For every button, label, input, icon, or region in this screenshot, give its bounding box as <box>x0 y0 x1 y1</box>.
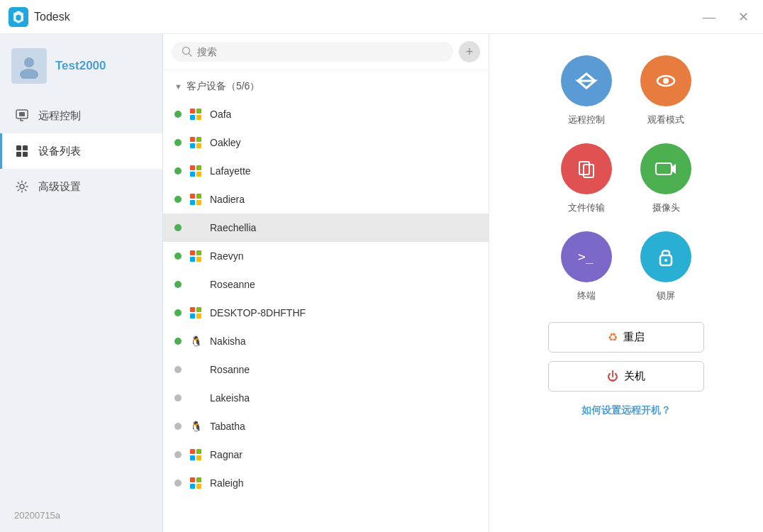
right-panel: 远程控制观看模式文件传输摄像头>_终端锁屏 ♻ 重启 ⏻ 关机 如何设置远程开机… <box>489 34 763 532</box>
windows-icon <box>189 107 203 121</box>
windows-icon <box>189 448 203 462</box>
windows-logo-icon <box>190 477 201 489</box>
device-panel: + ▼ 客户设备（5/6） Oafa Oakley Lafayette Nadi… <box>163 34 489 532</box>
search-bar: + <box>163 34 489 70</box>
device-name: Oakley <box>210 137 477 148</box>
windows-icon <box>189 249 203 263</box>
sidebar-item-device-list[interactable]: 设备列表 <box>0 133 162 169</box>
status-dot <box>174 309 182 316</box>
windows-icon <box>189 164 203 178</box>
sidebar-nav: 远程控制 设备列表 <box>0 98 162 499</box>
list-item[interactable]: 🐧Nakisha <box>163 327 489 355</box>
search-input[interactable] <box>197 46 443 57</box>
list-item[interactable]: DESKTOP-8DHFTHF <box>163 299 489 327</box>
apple-icon <box>189 277 203 292</box>
list-item[interactable]: Raechellia <box>163 214 489 242</box>
device-name: Raleigh <box>210 477 477 489</box>
list-item[interactable]: Oafa <box>163 100 489 128</box>
action-item-file-transfer[interactable]: 文件传输 <box>561 143 612 214</box>
windows-logo-icon <box>190 250 201 262</box>
shutdown-label: 关机 <box>624 370 645 383</box>
user-profile: Test2000 <box>0 34 162 98</box>
list-item[interactable]: Raevyn <box>163 242 489 270</box>
remote-control-label: 远程控制 <box>568 113 605 126</box>
windows-icon <box>189 306 203 320</box>
avatar-icon <box>16 53 42 79</box>
status-dot <box>174 366 182 373</box>
camera-circle <box>640 143 691 194</box>
close-button[interactable]: ✕ <box>733 8 754 26</box>
windows-logo-icon <box>190 307 201 318</box>
device-name: Raevyn <box>210 250 477 262</box>
status-dot <box>174 167 182 174</box>
list-item[interactable]: Oakley <box>163 128 489 157</box>
sidebar-item-settings[interactable]: 高级设置 <box>0 169 162 204</box>
status-dot <box>174 480 182 487</box>
linux-logo-icon: 🐧 <box>190 336 202 347</box>
svg-text:>_: >_ <box>578 249 594 264</box>
action-item-view-mode[interactable]: 观看模式 <box>640 55 691 126</box>
list-item[interactable]: Raleigh <box>163 469 489 497</box>
status-dot <box>174 224 182 231</box>
linux-icon: 🐧 <box>189 334 203 348</box>
lock-screen-label: 锁屏 <box>657 289 675 302</box>
remote-control-circle <box>561 55 612 106</box>
file-transfer-label: 文件传输 <box>568 201 605 214</box>
device-name: Rosanne <box>210 364 477 375</box>
apple-icon <box>189 221 203 235</box>
svg-rect-5 <box>16 145 21 150</box>
sidebar-label-settings: 高级设置 <box>38 180 81 194</box>
group-arrow-icon: ▼ <box>174 82 182 91</box>
list-item[interactable]: Nadiera <box>163 185 489 214</box>
device-name: Raechellia <box>210 222 477 233</box>
group-label: 客户设备（5/6） <box>186 80 260 93</box>
app-logo: Todesk <box>9 7 70 27</box>
minimize-button[interactable]: — <box>697 8 721 26</box>
list-item[interactable]: Lafayette <box>163 157 489 185</box>
action-item-lock-screen[interactable]: 锁屏 <box>640 231 691 302</box>
windows-icon <box>189 135 203 150</box>
device-name: Lafayette <box>210 165 477 177</box>
svg-point-9 <box>20 184 24 189</box>
list-item[interactable]: 🐧Tabatha <box>163 412 489 440</box>
sidebar-label-devices: 设备列表 <box>38 145 81 158</box>
apple-icon <box>189 362 203 377</box>
sidebar-item-remote-control[interactable]: 远程控制 <box>0 98 162 133</box>
svg-rect-6 <box>23 145 28 150</box>
device-group-header: ▼ 客户设备（5/6） <box>163 73 489 100</box>
shutdown-icon: ⏻ <box>607 370 618 383</box>
svg-point-1 <box>24 57 34 67</box>
file-transfer-circle <box>561 143 612 194</box>
status-dot <box>174 281 182 288</box>
list-item[interactable]: Rosanne <box>163 355 489 384</box>
remote-boot-link[interactable]: 如何设置远程开机？ <box>581 404 671 417</box>
lock-screen-circle <box>640 231 691 282</box>
svg-point-2 <box>20 69 38 79</box>
app-name: Todesk <box>34 11 70 23</box>
view-mode-circle <box>640 55 691 106</box>
todesk-logo-icon <box>9 7 28 27</box>
svg-rect-15 <box>656 163 672 174</box>
device-list: ▼ 客户设备（5/6） Oafa Oakley Lafayette Nadier… <box>163 70 489 532</box>
grid-icon <box>14 143 30 159</box>
terminal-circle: >_ <box>561 231 612 282</box>
device-name: Nadiera <box>210 194 477 205</box>
status-dot <box>174 253 182 260</box>
svg-rect-4 <box>19 112 25 116</box>
avatar <box>11 48 47 84</box>
add-device-button[interactable]: + <box>459 41 480 62</box>
device-name: Nakisha <box>210 336 477 347</box>
action-item-camera[interactable]: 摄像头 <box>640 143 691 214</box>
action-item-remote-control[interactable]: 远程控制 <box>561 55 612 126</box>
content-area: + ▼ 客户设备（5/6） Oafa Oakley Lafayette Nadi… <box>163 34 763 532</box>
action-grid: 远程控制观看模式文件传输摄像头>_终端锁屏 <box>561 55 691 302</box>
action-item-terminal[interactable]: >_终端 <box>561 231 612 302</box>
list-item[interactable]: Ragnar <box>163 440 489 469</box>
list-item[interactable]: Roseanne <box>163 270 489 299</box>
restart-button[interactable]: ♻ 重启 <box>548 322 704 353</box>
list-item[interactable]: Lakeisha <box>163 384 489 412</box>
shutdown-button[interactable]: ⏻ 关机 <box>548 361 704 392</box>
linux-logo-icon: 🐧 <box>190 421 202 432</box>
device-name: Oafa <box>210 109 477 120</box>
status-dot <box>174 451 182 458</box>
